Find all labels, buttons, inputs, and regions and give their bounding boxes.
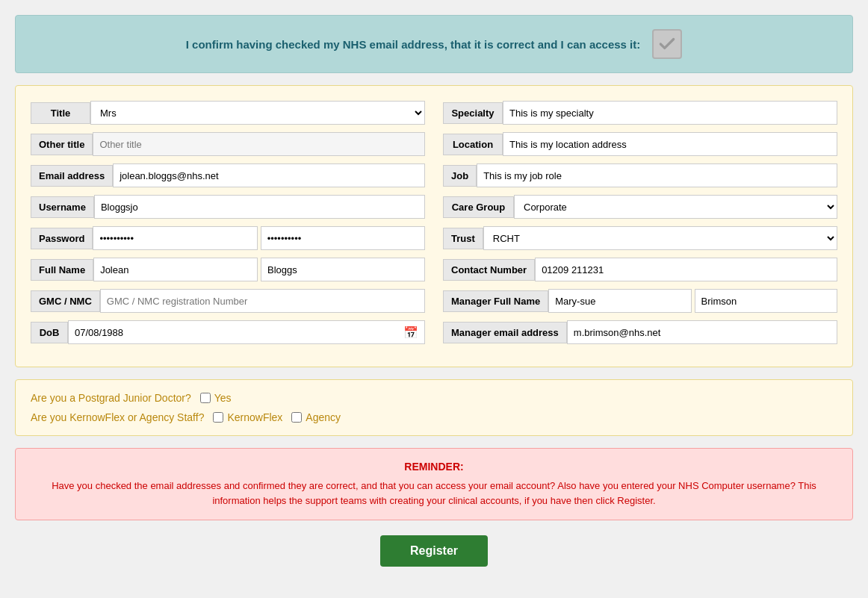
caregroup-select[interactable]: Corporate Option 2 Option 3 xyxy=(514,195,837,219)
manageremail-row: Manager email address xyxy=(443,320,837,344)
email-row: Email address xyxy=(31,163,425,187)
username-row: Username xyxy=(31,195,425,219)
password-row: Password xyxy=(31,226,425,250)
password-input2[interactable] xyxy=(261,226,425,250)
specialty-label: Specialty xyxy=(443,102,503,124)
confirmation-banner: I confirm having checked my NHS email ad… xyxy=(15,15,853,73)
email-input[interactable] xyxy=(113,163,425,187)
contact-row: Contact Number xyxy=(443,258,837,281)
yes-checkbox[interactable] xyxy=(200,393,211,403)
kernowflex-checkbox[interactable] xyxy=(213,412,223,423)
other-title-label: Other title xyxy=(31,134,93,155)
password-label: Password xyxy=(31,228,93,249)
gmc-row: GMC / NMC xyxy=(31,289,425,313)
left-column: Title Mrs Mr Miss Ms Dr Prof Other title xyxy=(31,101,425,352)
dob-row: DoB 07/08/1988 📅 xyxy=(31,320,425,344)
title-label: Title xyxy=(31,102,90,124)
other-title-input[interactable] xyxy=(93,132,425,156)
title-row: Title Mrs Mr Miss Ms Dr Prof xyxy=(31,101,425,125)
agency-checkbox-label[interactable]: Agency xyxy=(291,411,341,423)
kernowflex-label: KernowFlex xyxy=(227,411,282,423)
other-title-row: Other title xyxy=(31,132,425,156)
gmc-input[interactable] xyxy=(100,289,425,313)
reminder-title: REMINDER: xyxy=(31,461,837,473)
email-label: Email address xyxy=(31,165,113,187)
contact-label: Contact Number xyxy=(443,259,535,281)
agency-label: Agency xyxy=(306,411,341,423)
kernowflex-checkbox-label[interactable]: KernowFlex xyxy=(213,411,282,423)
managername-label: Manager Full Name xyxy=(443,290,548,312)
username-label: Username xyxy=(31,196,94,218)
extra-info-area: Are you a Postgrad Junior Doctor? Yes Ar… xyxy=(15,379,853,436)
manageremail-input[interactable] xyxy=(567,320,837,344)
manager-firstname-input[interactable] xyxy=(548,289,691,313)
confirm-checkbox[interactable] xyxy=(652,29,682,59)
agency-checkbox[interactable] xyxy=(291,412,302,423)
register-button[interactable]: Register xyxy=(380,535,488,567)
reminder-text: Have you checked the email addresses and… xyxy=(31,479,837,508)
yes-checkbox-label[interactable]: Yes xyxy=(200,392,232,404)
firstname-input[interactable] xyxy=(93,258,258,281)
caregroup-label: Care Group xyxy=(443,196,514,218)
right-column: Specialty Location Job Care Group xyxy=(443,101,837,352)
kernowflex-question: Are you KernowFlex or Agency Staff? xyxy=(31,411,204,423)
fullname-label: Full Name xyxy=(31,259,93,281)
yes-label: Yes xyxy=(214,392,232,404)
calendar-icon[interactable]: 📅 xyxy=(403,326,418,340)
location-row: Location xyxy=(443,132,837,156)
fullname-row: Full Name xyxy=(31,258,425,281)
job-row: Job xyxy=(443,163,837,187)
reminder-box: REMINDER: Have you checked the email add… xyxy=(15,448,853,520)
password-input1[interactable] xyxy=(93,226,257,250)
main-form-area: Title Mrs Mr Miss Ms Dr Prof Other title xyxy=(15,85,853,367)
gmc-label: GMC / NMC xyxy=(31,290,100,312)
postgrad-row: Are you a Postgrad Junior Doctor? Yes xyxy=(31,392,837,404)
username-input[interactable] xyxy=(94,195,425,219)
location-label: Location xyxy=(443,134,503,155)
register-section: Register xyxy=(15,535,853,567)
caregroup-row: Care Group Corporate Option 2 Option 3 xyxy=(443,195,837,219)
specialty-row: Specialty xyxy=(443,101,837,125)
managername-row: Manager Full Name xyxy=(443,289,837,313)
lastname-input[interactable] xyxy=(261,258,425,281)
specialty-input[interactable] xyxy=(503,101,837,125)
banner-text: I confirm having checked my NHS email ad… xyxy=(186,38,641,51)
job-input[interactable] xyxy=(477,163,837,187)
job-label: Job xyxy=(443,165,477,187)
contact-input[interactable] xyxy=(535,258,837,281)
kernowflex-row: Are you KernowFlex or Agency Staff? Kern… xyxy=(31,411,837,423)
dob-value: 07/08/1988 xyxy=(75,327,123,338)
trust-row: Trust RCHT Option 2 xyxy=(443,226,837,250)
location-input[interactable] xyxy=(503,132,837,156)
postgrad-question: Are you a Postgrad Junior Doctor? xyxy=(31,392,191,404)
dob-label: DoB xyxy=(31,322,68,343)
title-select[interactable]: Mrs Mr Miss Ms Dr Prof xyxy=(90,101,425,125)
trust-label: Trust xyxy=(443,228,483,249)
trust-select[interactable]: RCHT Option 2 xyxy=(483,226,837,250)
manageremail-label: Manager email address xyxy=(443,322,567,343)
manager-lastname-input[interactable] xyxy=(695,289,837,313)
